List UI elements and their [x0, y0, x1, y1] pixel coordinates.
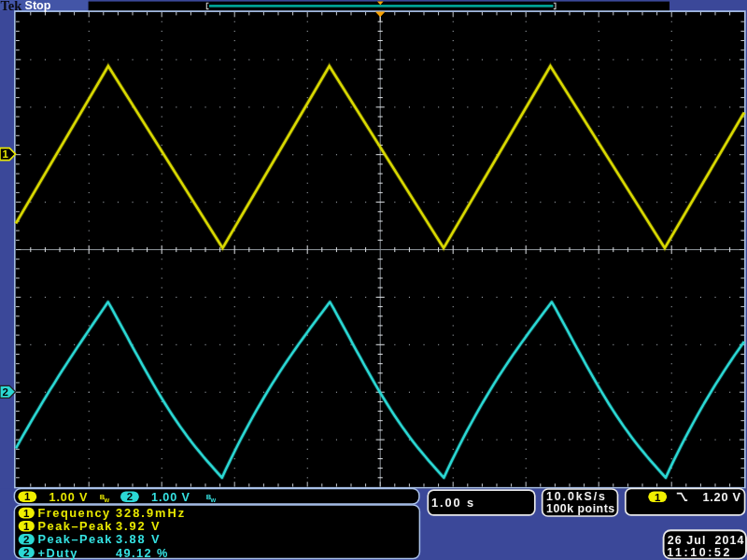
svg-text:1.00 V: 1.00 V: [151, 491, 190, 504]
svg-text:100k points: 100k points: [546, 502, 615, 515]
svg-text:Stop: Stop: [25, 0, 51, 12]
svg-text:+Duty: +Duty: [38, 546, 78, 560]
svg-text:W: W: [104, 497, 109, 503]
svg-text:1: 1: [2, 148, 8, 160]
svg-text:Tek: Tek: [1, 0, 23, 13]
svg-text:1.00 V: 1.00 V: [49, 491, 89, 504]
svg-text:49.12 %: 49.12 %: [116, 546, 169, 560]
svg-text:3.88 V: 3.88 V: [116, 532, 161, 546]
svg-text:Frequency: Frequency: [38, 506, 111, 520]
svg-text:2: 2: [23, 547, 29, 558]
svg-text:1: 1: [23, 521, 30, 532]
svg-text:11:10:52: 11:10:52: [667, 546, 732, 559]
svg-text:W: W: [210, 497, 216, 503]
svg-text:26 Jul 2014: 26 Jul 2014: [668, 534, 745, 547]
svg-text:2: 2: [23, 534, 29, 545]
svg-text:Peak–Peak: Peak–Peak: [38, 532, 113, 546]
svg-text:1: 1: [24, 491, 31, 502]
svg-text:1: 1: [655, 492, 661, 503]
svg-text:2: 2: [127, 491, 133, 502]
svg-text:1.00 s: 1.00 s: [431, 496, 475, 510]
svg-text:Peak–Peak: Peak–Peak: [38, 519, 113, 533]
svg-text:1: 1: [23, 508, 30, 519]
svg-text:1.20 V: 1.20 V: [703, 490, 741, 504]
svg-text:328.9mHz: 328.9mHz: [116, 506, 186, 520]
svg-text:10.0kS/s: 10.0kS/s: [546, 490, 607, 503]
svg-text:2: 2: [2, 386, 7, 398]
svg-text:3.92 V: 3.92 V: [116, 519, 161, 533]
